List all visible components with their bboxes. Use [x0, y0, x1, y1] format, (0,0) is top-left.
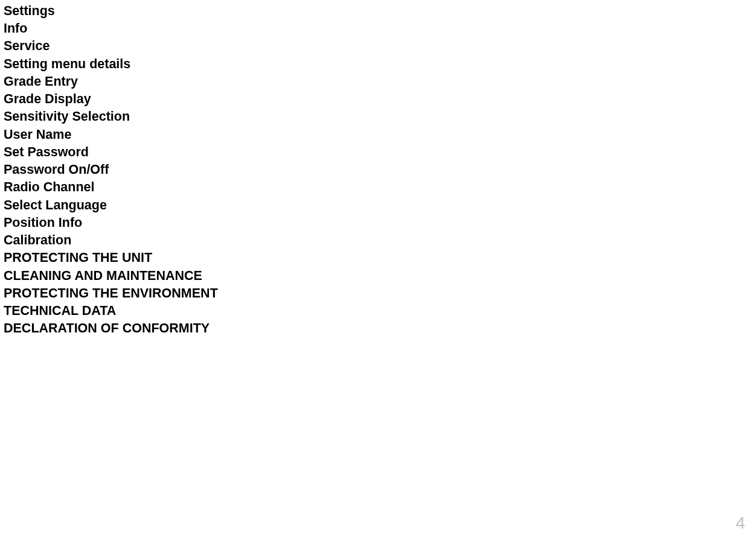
toc-item: Set Password [4, 144, 752, 161]
page-number: 4 [735, 513, 745, 533]
toc-item: CLEANING AND MAINTENANCE [4, 267, 752, 285]
toc-item: DECLARATION OF CONFORMITY [4, 320, 752, 337]
toc-item: Radio Channel [4, 179, 752, 196]
toc-item: Settings [4, 2, 752, 20]
toc-item: Service [4, 37, 752, 55]
toc-item: Position Info [4, 214, 752, 232]
toc-item: Grade Entry [4, 73, 752, 91]
toc-item: User Name [4, 126, 752, 144]
toc-item: Calibration [4, 232, 752, 249]
toc-item: TECHNICAL DATA [4, 302, 752, 320]
toc-item: Password On/Off [4, 161, 752, 179]
table-of-contents: Settings Info Service Setting menu detai… [4, 2, 752, 337]
toc-item: PROTECTING THE UNIT [4, 249, 752, 267]
toc-item: Grade Display [4, 91, 752, 108]
toc-item: Info [4, 20, 752, 37]
toc-item: Setting menu details [4, 56, 752, 73]
toc-item: Sensitivity Selection [4, 108, 752, 125]
toc-item: Select Language [4, 197, 752, 214]
toc-item: PROTECTING THE ENVIRONMENT [4, 285, 752, 302]
